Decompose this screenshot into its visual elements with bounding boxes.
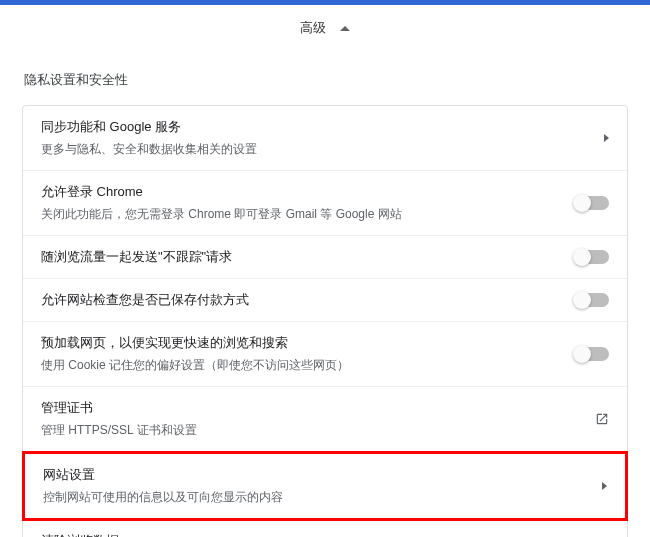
setting-title: 网站设置 xyxy=(43,466,602,484)
setting-title: 随浏览流量一起发送"不跟踪"请求 xyxy=(41,248,575,266)
chevron-right-icon xyxy=(604,134,609,142)
setting-text: 网站设置 控制网站可使用的信息以及可向您显示的内容 xyxy=(43,466,602,506)
section-title: 隐私设置和安全性 xyxy=(0,51,650,105)
preload-toggle[interactable] xyxy=(575,347,609,361)
payment-check-toggle[interactable] xyxy=(575,293,609,307)
setting-title: 预加载网页，以便实现更快速的浏览和搜索 xyxy=(41,334,575,352)
setting-subtitle: 使用 Cookie 记住您的偏好设置（即使您不访问这些网页） xyxy=(41,357,575,374)
chevron-up-icon xyxy=(340,26,350,31)
setting-subtitle: 更多与隐私、安全和数据收集相关的设置 xyxy=(41,141,604,158)
setting-text: 清除浏览数据 清除浏览记录、Cookie、缓存及其他数据 xyxy=(41,532,604,537)
clear-browsing-data-row[interactable]: 清除浏览数据 清除浏览记录、Cookie、缓存及其他数据 xyxy=(23,520,627,537)
allow-chrome-login-row[interactable]: 允许登录 Chrome 关闭此功能后，您无需登录 Chrome 即可登录 Gma… xyxy=(23,171,627,236)
setting-subtitle: 管理 HTTPS/SSL 证书和设置 xyxy=(41,422,595,439)
setting-subtitle: 关闭此功能后，您无需登录 Chrome 即可登录 Gmail 等 Google … xyxy=(41,206,575,223)
chevron-right-icon xyxy=(602,482,607,490)
external-link-icon xyxy=(595,412,609,426)
allow-login-toggle[interactable] xyxy=(575,196,609,210)
do-not-track-toggle[interactable] xyxy=(575,250,609,264)
setting-title: 管理证书 xyxy=(41,399,595,417)
do-not-track-row[interactable]: 随浏览流量一起发送"不跟踪"请求 xyxy=(23,236,627,279)
setting-text: 允许网站检查您是否已保存付款方式 xyxy=(41,291,575,309)
setting-title: 清除浏览数据 xyxy=(41,532,604,537)
settings-card: 同步功能和 Google 服务 更多与隐私、安全和数据收集相关的设置 允许登录 … xyxy=(22,105,628,537)
setting-text: 随浏览流量一起发送"不跟踪"请求 xyxy=(41,248,575,266)
setting-text: 管理证书 管理 HTTPS/SSL 证书和设置 xyxy=(41,399,595,439)
setting-title: 允许登录 Chrome xyxy=(41,183,575,201)
advanced-label: 高级 xyxy=(300,19,326,37)
setting-subtitle: 控制网站可使用的信息以及可向您显示的内容 xyxy=(43,489,602,506)
setting-text: 允许登录 Chrome 关闭此功能后，您无需登录 Chrome 即可登录 Gma… xyxy=(41,183,575,223)
advanced-header[interactable]: 高级 xyxy=(0,5,650,51)
preload-pages-row[interactable]: 预加载网页，以便实现更快速的浏览和搜索 使用 Cookie 记住您的偏好设置（即… xyxy=(23,322,627,387)
sync-google-services-row[interactable]: 同步功能和 Google 服务 更多与隐私、安全和数据收集相关的设置 xyxy=(23,106,627,171)
setting-text: 同步功能和 Google 服务 更多与隐私、安全和数据收集相关的设置 xyxy=(41,118,604,158)
setting-title: 同步功能和 Google 服务 xyxy=(41,118,604,136)
site-settings-row[interactable]: 网站设置 控制网站可使用的信息以及可向您显示的内容 xyxy=(22,451,628,521)
setting-title: 允许网站检查您是否已保存付款方式 xyxy=(41,291,575,309)
manage-certificates-row[interactable]: 管理证书 管理 HTTPS/SSL 证书和设置 xyxy=(23,387,627,452)
setting-text: 预加载网页，以便实现更快速的浏览和搜索 使用 Cookie 记住您的偏好设置（即… xyxy=(41,334,575,374)
payment-check-row[interactable]: 允许网站检查您是否已保存付款方式 xyxy=(23,279,627,322)
